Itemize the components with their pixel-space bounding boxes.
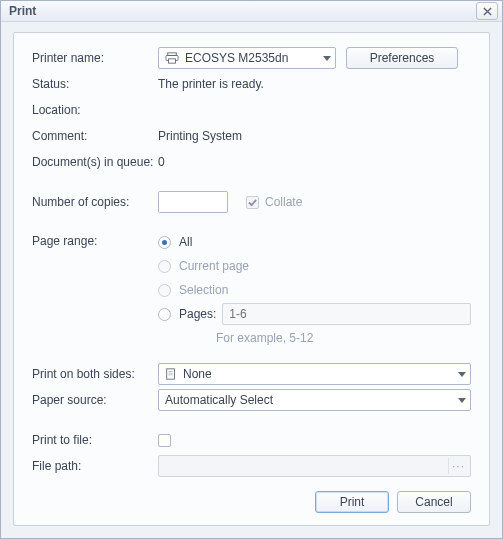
value-duplex: None — [158, 363, 471, 385]
label-copies: Number of copies: — [32, 195, 158, 209]
row-copies: Number of copies: Collate — [32, 191, 471, 213]
page-icon — [165, 368, 177, 380]
svg-rect-3 — [167, 369, 175, 379]
close-icon — [483, 7, 492, 16]
print-button-label: Print — [340, 495, 365, 509]
radio-selection — [158, 284, 171, 297]
content: Printer name: ECOSYS M2535dn Preferences — [1, 22, 502, 538]
copies-stepper[interactable] — [158, 191, 228, 213]
pages-hint: For example, 5-12 — [216, 331, 471, 345]
value-copies: Collate — [158, 191, 471, 213]
radio-all-label: All — [179, 235, 192, 249]
chevron-down-icon — [323, 56, 331, 61]
value-printer-name: ECOSYS M2535dn Preferences — [158, 47, 471, 69]
preferences-label: Preferences — [370, 51, 435, 65]
browse-button: ··· — [448, 458, 468, 474]
value-status: The printer is ready. — [158, 77, 471, 91]
paper-source-text: Automatically Select — [165, 393, 454, 407]
radio-row-selection: Selection — [158, 279, 471, 301]
titlebar: Print — [1, 1, 502, 22]
duplex-text: None — [183, 367, 454, 381]
print-button[interactable]: Print — [315, 491, 389, 513]
collate-checkbox — [246, 196, 259, 209]
value-paper-source: Automatically Select — [158, 389, 471, 411]
radio-all[interactable] — [158, 236, 171, 249]
pages-input — [222, 303, 471, 325]
label-page-range: Page range: — [32, 231, 158, 248]
label-comment: Comment: — [32, 129, 158, 143]
value-page-range: All Current page Selection Pages: — [158, 231, 471, 345]
window-title: Print — [9, 4, 476, 18]
row-location: Location: — [32, 99, 471, 121]
chevron-down-icon — [458, 398, 466, 403]
value-file-path: ··· — [158, 455, 471, 477]
duplex-select[interactable]: None — [158, 363, 471, 385]
row-file-path: File path: ··· — [32, 455, 471, 477]
printer-select[interactable]: ECOSYS M2535dn — [158, 47, 336, 69]
row-print-to-file: Print to file: — [32, 429, 471, 451]
print-to-file-checkbox[interactable] — [158, 434, 171, 447]
value-print-to-file — [158, 434, 471, 447]
svg-rect-2 — [169, 59, 176, 63]
row-status: Status: The printer is ready. — [32, 73, 471, 95]
row-queue: Document(s) in queue: 0 — [32, 151, 471, 173]
ellipsis-icon: ··· — [452, 459, 465, 473]
value-comment: Printing System — [158, 129, 471, 143]
label-print-to-file: Print to file: — [32, 433, 158, 447]
row-duplex: Print on both sides: None — [32, 363, 471, 385]
printer-icon — [165, 52, 179, 64]
row-comment: Comment: Printing System — [32, 125, 471, 147]
radio-selection-label: Selection — [179, 283, 228, 297]
row-paper-source: Paper source: Automatically Select — [32, 389, 471, 411]
label-duplex: Print on both sides: — [32, 367, 158, 381]
paper-source-select[interactable]: Automatically Select — [158, 389, 471, 411]
label-location: Location: — [32, 103, 158, 117]
radio-current — [158, 260, 171, 273]
radio-row-all: All — [158, 231, 471, 253]
label-paper-source: Paper source: — [32, 393, 158, 407]
cancel-button-label: Cancel — [415, 495, 452, 509]
cancel-button[interactable]: Cancel — [397, 491, 471, 513]
radio-pages-label: Pages: — [179, 307, 216, 321]
print-dialog: Print Printer name: ECOSYS M2535dn — [0, 0, 503, 539]
row-printer-name: Printer name: ECOSYS M2535dn Preferences — [32, 47, 471, 69]
collate-label: Collate — [265, 195, 302, 209]
radio-row-current: Current page — [158, 255, 471, 277]
radio-pages[interactable] — [158, 308, 171, 321]
close-button[interactable] — [476, 2, 498, 20]
preferences-button[interactable]: Preferences — [346, 47, 458, 69]
copies-input[interactable] — [159, 192, 228, 212]
radio-current-label: Current page — [179, 259, 249, 273]
file-path-field: ··· — [158, 455, 471, 477]
panel: Printer name: ECOSYS M2535dn Preferences — [13, 32, 490, 526]
label-queue: Document(s) in queue: — [32, 155, 158, 169]
row-page-range: Page range: All Current page Selection — [32, 231, 471, 345]
label-printer-name: Printer name: — [32, 51, 158, 65]
printer-select-text: ECOSYS M2535dn — [185, 51, 319, 65]
radio-row-pages: Pages: — [158, 303, 471, 325]
value-queue: 0 — [158, 155, 471, 169]
chevron-down-icon — [458, 372, 466, 377]
footer: Print Cancel — [32, 481, 471, 513]
label-file-path: File path: — [32, 459, 158, 473]
collate-wrap: Collate — [246, 195, 302, 209]
check-icon — [248, 198, 257, 207]
label-status: Status: — [32, 77, 158, 91]
